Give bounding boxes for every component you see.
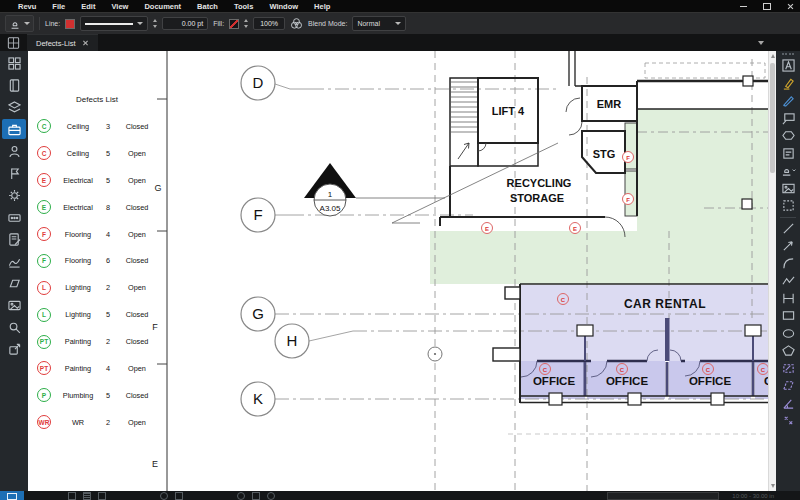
- blend-icon[interactable]: [290, 17, 303, 30]
- opacity-field[interactable]: 100%: [253, 17, 285, 30]
- sync-icon[interactable]: [160, 492, 168, 500]
- text-box-tool-icon[interactable]: [778, 57, 798, 75]
- grid-bubble-k: K: [241, 382, 275, 416]
- pen-tool-icon[interactable]: [778, 92, 798, 110]
- menu-edit[interactable]: Edit: [73, 2, 103, 11]
- defect-marker-e[interactable]: E: [570, 223, 581, 234]
- defect-row[interactable]: PTPainting4Open: [32, 355, 162, 382]
- minimize-icon[interactable]: [740, 6, 747, 7]
- menu-document[interactable]: Document: [136, 2, 189, 11]
- tab-defects-list[interactable]: Defects-List: [27, 34, 98, 51]
- snapshot-status-icon[interactable]: [175, 492, 183, 500]
- opacity-stepper[interactable]: [244, 19, 248, 28]
- page-layout-icon[interactable]: [68, 492, 76, 500]
- ellipse-tool-icon[interactable]: [778, 325, 798, 343]
- toolbar-drag-handle[interactable]: [782, 53, 794, 55]
- layers-icon[interactable]: [2, 97, 26, 117]
- grid-view-icon[interactable]: [83, 492, 91, 500]
- area-measure-icon[interactable]: [778, 360, 798, 378]
- length-measure-icon[interactable]: [778, 290, 798, 308]
- more-tools-icon[interactable]: [2, 207, 26, 227]
- defect-row[interactable]: PPlumbing5Closed: [32, 382, 162, 409]
- defect-row[interactable]: EElectrical8Closed: [32, 194, 162, 221]
- polyline-tool-icon[interactable]: [778, 272, 798, 290]
- note-tool-icon[interactable]: [778, 145, 798, 163]
- close-icon[interactable]: [787, 3, 794, 10]
- defect-row[interactable]: PTPainting2Closed: [32, 328, 162, 355]
- menu-file[interactable]: File: [44, 2, 73, 11]
- scrollbar-thumb[interactable]: [770, 63, 775, 173]
- left-panel-bar: [0, 51, 28, 491]
- current-tool-button[interactable]: [5, 15, 34, 32]
- pan-icon[interactable]: [237, 492, 245, 500]
- defect-marker-f[interactable]: F: [623, 152, 634, 163]
- maximize-icon[interactable]: [763, 3, 771, 10]
- links-icon[interactable]: [2, 339, 26, 359]
- defect-row[interactable]: WRWR2Open: [32, 409, 162, 436]
- defect-marker-e[interactable]: E: [482, 223, 493, 234]
- menu-view[interactable]: View: [103, 2, 136, 11]
- menu-help[interactable]: Help: [306, 2, 338, 11]
- menu-revu[interactable]: Revu: [10, 2, 44, 11]
- angle-measure-icon[interactable]: [778, 395, 798, 413]
- defect-row[interactable]: FFlooring6Closed: [32, 247, 162, 274]
- count-measure-icon[interactable]: [778, 412, 798, 430]
- scale-input[interactable]: [607, 492, 719, 500]
- arc-tool-icon[interactable]: [778, 255, 798, 273]
- arrow-tool-icon[interactable]: [778, 237, 798, 255]
- menu-window[interactable]: Window: [261, 2, 306, 11]
- defect-row[interactable]: LLighting5Closed: [32, 301, 162, 328]
- svg-text:1: 1: [328, 190, 333, 199]
- file-access-icon[interactable]: [2, 53, 26, 73]
- line-width-field[interactable]: 0.00 pt: [162, 17, 208, 30]
- settings-gear-icon[interactable]: [2, 185, 26, 205]
- select-icon[interactable]: [252, 492, 260, 500]
- split-view-icon[interactable]: [7, 37, 20, 49]
- defects-legend: Defects List CCeiling3Closed CCeiling5Op…: [32, 95, 162, 436]
- single-page-icon[interactable]: [98, 492, 106, 500]
- defect-row[interactable]: CCeiling3Closed: [32, 113, 162, 140]
- line-style-dropdown[interactable]: [80, 16, 148, 31]
- defect-row[interactable]: CCeiling5Open: [32, 140, 162, 167]
- line-color-swatch[interactable]: [65, 19, 75, 29]
- scroll-up-icon[interactable]: [771, 54, 775, 58]
- menu-tools[interactable]: Tools: [226, 2, 261, 11]
- defect-marker-f[interactable]: F: [623, 194, 634, 205]
- stamp-tool-icon[interactable]: [778, 162, 798, 180]
- highlight-tool-icon[interactable]: [778, 75, 798, 93]
- zoom-icon[interactable]: [267, 492, 275, 500]
- defect-row[interactable]: EElectrical5Open: [32, 167, 162, 194]
- tool-chest-icon[interactable]: [2, 119, 26, 139]
- defect-row[interactable]: FFlooring4Open: [32, 221, 162, 248]
- callout-tool-icon[interactable]: [778, 110, 798, 128]
- perimeter-measure-icon[interactable]: [778, 377, 798, 395]
- signature-icon[interactable]: [2, 251, 26, 271]
- tab-close-icon[interactable]: [83, 40, 89, 46]
- image-tool-icon[interactable]: [778, 180, 798, 198]
- menu-batch[interactable]: Batch: [189, 2, 226, 11]
- snapshot-tool-icon[interactable]: [778, 197, 798, 215]
- spaces-icon[interactable]: [2, 273, 26, 293]
- fill-color-swatch[interactable]: [229, 19, 239, 29]
- defect-row[interactable]: LLighting2Open: [32, 274, 162, 301]
- line-width-stepper[interactable]: [153, 19, 157, 28]
- search-icon[interactable]: [2, 317, 26, 337]
- svg-text:RECYCLING: RECYCLING: [507, 177, 572, 189]
- blend-mode-dropdown[interactable]: Normal: [352, 16, 406, 31]
- lasso-mode-icon[interactable]: [0, 491, 24, 500]
- markups-list-icon[interactable]: [2, 229, 26, 249]
- cloud-tool-icon[interactable]: [778, 127, 798, 145]
- polygon-tool-icon[interactable]: [778, 342, 798, 360]
- svg-text:A3.05: A3.05: [320, 204, 341, 213]
- line-tool-icon[interactable]: [778, 220, 798, 238]
- studio-icon[interactable]: [2, 141, 26, 161]
- document-canvas[interactable]: G F E: [28, 51, 768, 491]
- bookmarks-icon[interactable]: [2, 75, 26, 95]
- flags-icon[interactable]: [2, 163, 26, 183]
- vertical-scrollbar[interactable]: [768, 51, 776, 491]
- defect-badge: E: [37, 173, 51, 187]
- rectangle-tool-icon[interactable]: [778, 307, 798, 325]
- thumbnails-icon[interactable]: [2, 295, 26, 315]
- tab-overflow-chevron[interactable]: [758, 41, 764, 45]
- scroll-down-icon[interactable]: [771, 484, 775, 488]
